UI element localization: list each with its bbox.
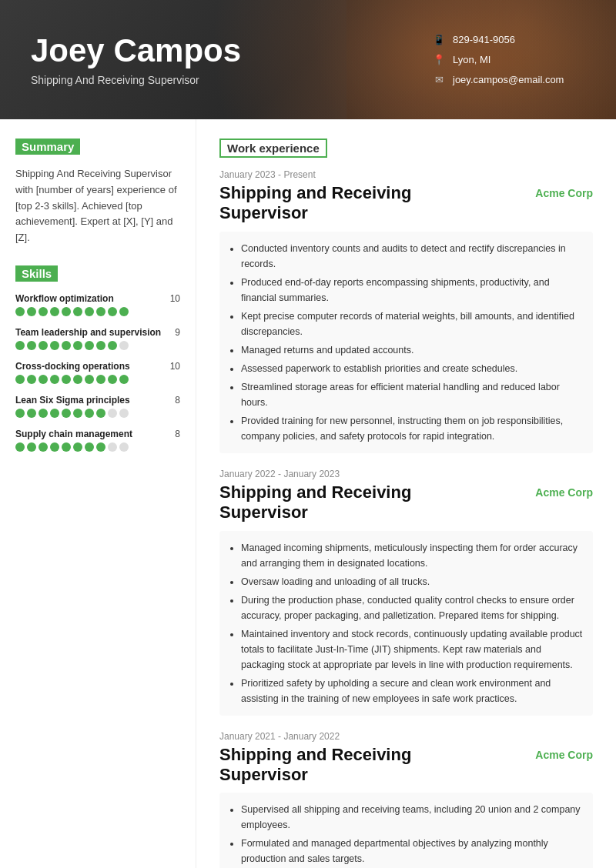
skill-name: Supply chain management bbox=[15, 429, 132, 439]
work-bullet: Supervised all shipping and receiving te… bbox=[241, 802, 584, 833]
work-entry: January 2021 - January 2022Shipping and … bbox=[219, 731, 593, 868]
skill-dot bbox=[119, 409, 129, 418]
skill-score: 10 bbox=[170, 293, 180, 304]
skill-dot bbox=[15, 409, 25, 418]
skill-dot bbox=[96, 341, 105, 350]
skill-dot bbox=[85, 442, 94, 452]
skill-dot bbox=[85, 341, 94, 350]
header-contact: 829-941-9056 Lyon, MI joey.campos@email.… bbox=[431, 32, 585, 88]
skill-dot bbox=[108, 375, 117, 384]
skill-item: Workflow optimization 10 bbox=[15, 293, 180, 316]
work-title-row: Shipping and ReceivingSupervisorAcme Cor… bbox=[219, 183, 593, 224]
skill-dot bbox=[15, 307, 25, 316]
main-content: Summary Shipping And Receiving Superviso… bbox=[0, 119, 616, 868]
skill-dot bbox=[85, 409, 94, 418]
work-company: Acme Corp bbox=[535, 745, 593, 761]
skill-dot bbox=[73, 409, 82, 418]
skill-name: Team leadership and supervision bbox=[15, 327, 161, 338]
work-title-row: Shipping and ReceivingSupervisorAcme Cor… bbox=[219, 745, 593, 786]
skill-dot bbox=[27, 442, 36, 452]
work-bullet: Oversaw loading and unloading of all tru… bbox=[241, 574, 584, 589]
work-bullet: Produced end-of-day reports encompassing… bbox=[241, 275, 584, 305]
candidate-name: Joey Campos bbox=[31, 33, 431, 68]
skill-dot bbox=[73, 307, 82, 316]
work-entry: January 2022 - January 2023Shipping and … bbox=[219, 469, 593, 716]
skill-dot bbox=[108, 341, 117, 350]
work-bullet: Conducted inventory counts and audits to… bbox=[241, 241, 584, 272]
skill-dot bbox=[119, 375, 129, 384]
skill-dots bbox=[15, 409, 180, 418]
skill-dots bbox=[15, 442, 180, 452]
skill-item: Supply chain management 8 bbox=[15, 429, 180, 452]
skill-dot bbox=[50, 409, 59, 418]
skills-label: Skills bbox=[15, 265, 58, 282]
location-icon bbox=[431, 52, 447, 68]
skill-dot bbox=[50, 375, 59, 384]
skill-dot bbox=[73, 375, 82, 384]
skill-dot bbox=[85, 307, 94, 316]
skill-dot bbox=[15, 341, 25, 350]
summary-text: Shipping And Receiving Supervisor with [… bbox=[15, 166, 180, 246]
skill-dot bbox=[96, 375, 105, 384]
contact-phone: 829-941-9056 bbox=[431, 32, 585, 48]
skill-dot bbox=[108, 442, 117, 452]
resume-header: Joey Campos Shipping And Receiving Super… bbox=[0, 0, 616, 119]
email-icon bbox=[431, 72, 447, 88]
skill-dots bbox=[15, 307, 180, 316]
skill-dot bbox=[50, 341, 59, 350]
skill-dot bbox=[50, 442, 59, 452]
skill-dot bbox=[73, 442, 82, 452]
skill-dot bbox=[15, 442, 25, 452]
skill-dot bbox=[85, 375, 94, 384]
phone-icon bbox=[431, 32, 447, 48]
skill-dot bbox=[27, 307, 36, 316]
skill-dot bbox=[62, 375, 71, 384]
work-entries-container: January 2023 - PresentShipping and Recei… bbox=[219, 169, 593, 868]
skill-score: 8 bbox=[175, 429, 180, 439]
skill-dot bbox=[38, 341, 48, 350]
skill-dot bbox=[62, 341, 71, 350]
work-job-title: Shipping and ReceivingSupervisor bbox=[219, 745, 411, 786]
summary-label: Summary bbox=[15, 139, 80, 155]
skill-dot bbox=[119, 442, 129, 452]
skill-dots bbox=[15, 375, 180, 384]
skill-name: Workflow optimization bbox=[15, 293, 114, 304]
work-company: Acme Corp bbox=[535, 183, 593, 199]
skill-dot bbox=[62, 442, 71, 452]
work-bullet: Managed incoming shipments, meticulously… bbox=[241, 540, 584, 571]
work-period: January 2022 - January 2023 bbox=[219, 469, 593, 479]
skill-dot bbox=[119, 307, 129, 316]
skill-dot bbox=[27, 409, 36, 418]
work-bullets-list: Conducted inventory counts and audits to… bbox=[219, 232, 593, 453]
work-bullet: Formulated and managed departmental obje… bbox=[241, 836, 584, 866]
skill-item: Team leadership and supervision 9 bbox=[15, 327, 180, 350]
sidebar: Summary Shipping And Receiving Superviso… bbox=[0, 119, 196, 868]
skill-dot bbox=[38, 307, 48, 316]
skill-dot bbox=[15, 375, 25, 384]
skill-dot bbox=[73, 341, 82, 350]
work-bullet: Managed returns and updated accounts. bbox=[241, 342, 584, 358]
skill-dot bbox=[38, 442, 48, 452]
skill-item: Cross-docking operations 10 bbox=[15, 361, 180, 384]
skill-score: 9 bbox=[175, 327, 180, 338]
contact-location: Lyon, MI bbox=[431, 52, 585, 68]
skill-dot bbox=[108, 409, 117, 418]
header-left: Joey Campos Shipping And Receiving Super… bbox=[31, 33, 431, 85]
work-job-title: Shipping and ReceivingSupervisor bbox=[219, 482, 411, 523]
skill-dot bbox=[27, 341, 36, 350]
skill-score: 8 bbox=[175, 395, 180, 406]
work-bullet: During the production phase, conducted q… bbox=[241, 593, 584, 623]
work-bullets-list: Supervised all shipping and receiving te… bbox=[219, 793, 593, 868]
work-bullet: Provided training for new personnel, ins… bbox=[241, 413, 584, 444]
skill-dot bbox=[38, 409, 48, 418]
skill-dot bbox=[62, 409, 71, 418]
work-bullet: Prioritized safety by upholding a secure… bbox=[241, 676, 584, 706]
work-period: January 2021 - January 2022 bbox=[219, 731, 593, 742]
work-bullet: Kept precise computer records of materia… bbox=[241, 309, 584, 339]
work-company: Acme Corp bbox=[535, 482, 593, 499]
skill-dot bbox=[38, 375, 48, 384]
skill-dot bbox=[27, 375, 36, 384]
skill-dot bbox=[96, 307, 105, 316]
contact-email: joey.campos@email.com bbox=[431, 72, 585, 88]
skill-dot bbox=[96, 442, 105, 452]
